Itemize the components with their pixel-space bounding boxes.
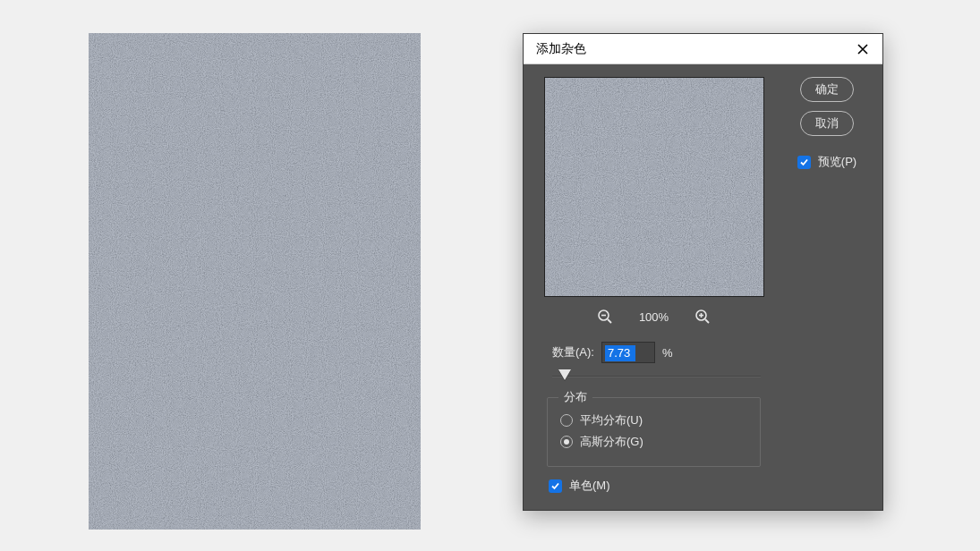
dialog-titlebar[interactable]: 添加杂色 xyxy=(524,34,882,64)
radio-label-uniform: 平均分布(U) xyxy=(580,412,643,428)
radio-label-gaussian: 高斯分布(G) xyxy=(580,434,643,450)
radio-gaussian[interactable]: 高斯分布(G) xyxy=(560,434,747,450)
amount-label: 数量(A): xyxy=(552,344,594,360)
zoom-level: 100% xyxy=(639,310,669,324)
monochromatic-checkbox-row[interactable]: 单色(M) xyxy=(549,478,771,494)
preview-checkbox-row[interactable]: 预览(P) xyxy=(797,154,856,170)
document-canvas xyxy=(89,33,421,530)
amount-input[interactable] xyxy=(601,342,655,363)
cancel-button[interactable]: 取消 xyxy=(800,111,854,136)
svg-rect-3 xyxy=(545,78,763,296)
checkbox-icon xyxy=(797,156,811,169)
svg-rect-1 xyxy=(89,33,421,530)
slider-track xyxy=(552,376,761,377)
dialog-title: 添加杂色 xyxy=(536,41,586,57)
svg-line-5 xyxy=(608,319,611,323)
distribution-legend: 分布 xyxy=(558,389,592,405)
preview-label: 预览(P) xyxy=(818,154,856,170)
radio-icon xyxy=(560,436,573,448)
monochromatic-label: 单色(M) xyxy=(569,478,610,494)
radio-uniform[interactable]: 平均分布(U) xyxy=(560,412,747,428)
ok-button[interactable]: 确定 xyxy=(800,77,854,102)
slider-thumb[interactable] xyxy=(558,369,571,380)
preview-thumbnail[interactable] xyxy=(544,77,764,297)
amount-unit: % xyxy=(662,346,673,360)
svg-line-8 xyxy=(705,319,709,323)
radio-icon xyxy=(560,414,573,427)
zoom-out-icon[interactable] xyxy=(596,308,614,326)
amount-slider[interactable] xyxy=(552,369,761,385)
add-noise-dialog: 添加杂色 100% xyxy=(523,33,883,511)
checkbox-icon xyxy=(549,479,562,493)
distribution-fieldset: 分布 平均分布(U) 高斯分布(G) xyxy=(547,397,761,467)
close-icon[interactable] xyxy=(854,40,872,58)
zoom-in-icon[interactable] xyxy=(694,308,712,326)
